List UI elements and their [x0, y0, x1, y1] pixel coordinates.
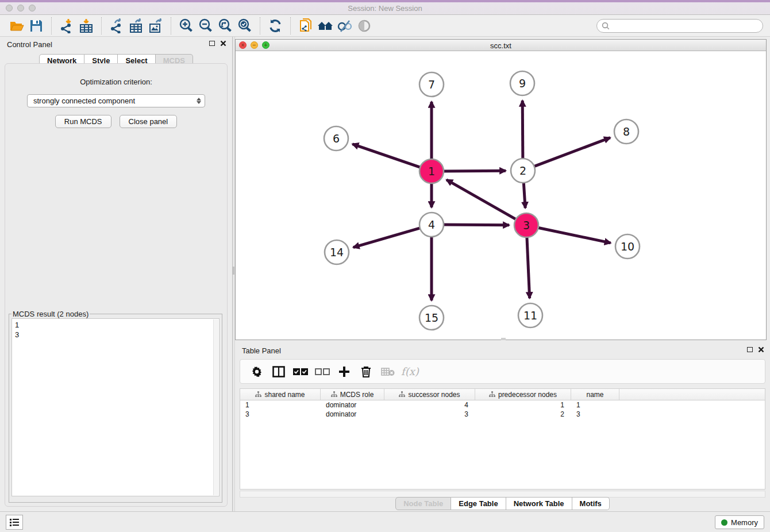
table-cell[interactable]: 3: [240, 410, 321, 419]
graph-node-2[interactable]: 2: [511, 159, 535, 183]
control-panel-title: Control Panel: [7, 40, 52, 49]
table-cell[interactable]: 1: [240, 400, 321, 410]
graph-node-9[interactable]: 9: [510, 71, 534, 95]
clone-network-icon[interactable]: [296, 17, 315, 35]
edge-3-11[interactable]: [527, 236, 530, 298]
table-cell[interactable]: 4: [384, 400, 475, 410]
network-window-titlebar[interactable]: × − + scc.txt: [236, 40, 766, 51]
svg-text:15: 15: [425, 311, 438, 324]
network-overview-icon[interactable]: [315, 17, 335, 35]
export-network-icon[interactable]: [107, 17, 126, 35]
graph-node-14[interactable]: 14: [325, 240, 349, 264]
table-tab-motifs[interactable]: Motifs: [572, 497, 610, 510]
table-row[interactable]: 3dominator323: [240, 410, 765, 419]
edge-2-9[interactable]: [522, 101, 523, 160]
float-table-panel-icon[interactable]: [747, 347, 753, 352]
graph-node-8[interactable]: 8: [614, 119, 638, 144]
memory-button[interactable]: Memory: [715, 515, 764, 529]
column-header-shared-name[interactable]: shared name: [240, 389, 321, 400]
add-column-icon[interactable]: [333, 363, 355, 381]
table-tab-network-table[interactable]: Network Table: [506, 497, 572, 510]
export-table-icon[interactable]: [126, 17, 146, 35]
table-cell[interactable]: 2: [475, 410, 571, 419]
toggle-column-panel-icon[interactable]: [268, 363, 290, 381]
edge-3-1[interactable]: [446, 180, 517, 220]
graph-node-10[interactable]: 10: [615, 234, 640, 259]
svg-text:2: 2: [519, 164, 526, 177]
svg-text:f(x): f(x): [401, 365, 419, 377]
column-header-name[interactable]: name: [571, 389, 619, 400]
table-tab-edge-table[interactable]: Edge Table: [451, 497, 506, 510]
select-all-columns-icon[interactable]: [290, 363, 311, 381]
zoom-in-icon[interactable]: [176, 17, 196, 35]
graph-node-11[interactable]: 11: [518, 303, 542, 327]
zoom-fit-icon[interactable]: [215, 17, 235, 35]
mcds-tab-content: Optimization criterion: strongly connect…: [5, 63, 228, 507]
network-canvas[interactable]: 7968124314101511: [236, 51, 766, 340]
table-cell[interactable]: 3: [571, 410, 619, 419]
import-table-icon[interactable]: [76, 17, 96, 35]
edge-3-10[interactable]: [537, 228, 611, 243]
function-builder-icon[interactable]: f(x): [399, 363, 421, 381]
run-mcds-button[interactable]: Run MCDS: [55, 115, 111, 128]
edge-2-3[interactable]: [523, 181, 525, 208]
svg-text:7: 7: [428, 78, 435, 91]
svg-text:8: 8: [623, 125, 630, 138]
graph-node-6[interactable]: 6: [324, 126, 348, 151]
birdseye-view-icon[interactable]: [355, 17, 374, 35]
edge-1-6[interactable]: [352, 144, 422, 168]
window-resize-grip[interactable]: [501, 338, 506, 340]
toolbar-separator: [51, 17, 52, 34]
search-box[interactable]: [596, 19, 763, 33]
svg-text:6: 6: [333, 132, 340, 145]
column-header-successor-nodes[interactable]: successor nodes: [384, 389, 475, 400]
open-file-icon[interactable]: [7, 17, 26, 35]
column-header-MCDS-role[interactable]: MCDS role: [321, 389, 384, 400]
delete-column-icon[interactable]: [355, 363, 377, 381]
graph-node-4[interactable]: 4: [419, 213, 444, 237]
control-panel: Control Panel NetworkStyleSelectMCDS Opt…: [0, 37, 232, 511]
memory-label: Memory: [731, 518, 758, 527]
result-scrollbar[interactable]: [213, 319, 218, 495]
node-table[interactable]: shared nameMCDS rolesuccessor nodesprede…: [240, 388, 765, 489]
table-tab-node-table[interactable]: Node Table: [395, 497, 451, 510]
graph-node-7[interactable]: 7: [419, 72, 444, 97]
mcds-result-text[interactable]: 1 3: [11, 318, 220, 496]
float-panel-icon[interactable]: [209, 41, 215, 46]
zoom-selected-icon[interactable]: [235, 17, 255, 35]
table-settings-gear-icon[interactable]: [246, 363, 268, 381]
graph-node-15[interactable]: 15: [419, 306, 444, 330]
main-toolbar: [0, 15, 770, 37]
table-row[interactable]: 1dominator411: [240, 400, 765, 410]
column-header-predecessor-nodes[interactable]: predecessor nodes: [475, 389, 571, 400]
save-session-icon[interactable]: [26, 17, 46, 35]
close-panel-icon[interactable]: [220, 40, 226, 47]
edge-4-3[interactable]: [442, 225, 509, 225]
close-table-panel-icon[interactable]: [758, 346, 764, 353]
edge-4-14[interactable]: [353, 228, 422, 248]
toggle-graphics-details-icon[interactable]: [335, 17, 355, 35]
criterion-dropdown[interactable]: strongly connected component: [27, 94, 205, 107]
deselect-all-columns-icon[interactable]: [311, 363, 333, 381]
export-image-icon[interactable]: [146, 17, 165, 35]
delete-table-icon[interactable]: [377, 363, 399, 381]
edge-2-8[interactable]: [533, 138, 610, 167]
table-cell[interactable]: 1: [571, 400, 619, 410]
toolbar-separator: [171, 17, 171, 34]
table-cell[interactable]: dominator: [321, 400, 384, 410]
zoom-out-icon[interactable]: [196, 17, 215, 35]
refresh-layout-icon[interactable]: [265, 17, 285, 35]
task-history-button[interactable]: [6, 515, 23, 530]
import-network-icon[interactable]: [57, 17, 76, 35]
graph-node-3[interactable]: 3: [514, 213, 538, 237]
column-label: predecessor nodes: [498, 391, 557, 399]
table-cell[interactable]: dominator: [321, 410, 384, 419]
close-panel-button[interactable]: Close panel: [120, 115, 178, 128]
table-cell[interactable]: 1: [475, 400, 571, 410]
column-type-icon: [399, 391, 405, 398]
edge-1-2[interactable]: [442, 171, 506, 171]
search-input[interactable]: [613, 21, 758, 30]
graph-node-1[interactable]: 1: [419, 159, 444, 183]
svg-text:10: 10: [621, 240, 634, 253]
table-cell[interactable]: 3: [384, 410, 475, 419]
